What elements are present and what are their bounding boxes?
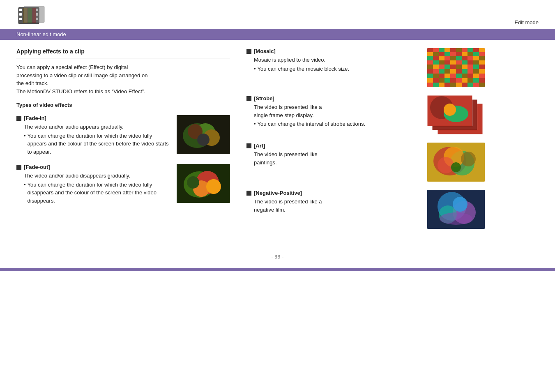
negative-positive-image	[427, 190, 485, 229]
svg-rect-82	[456, 69, 462, 74]
svg-rect-7	[23, 8, 23, 23]
svg-rect-44	[467, 52, 473, 56]
svg-point-141	[440, 212, 472, 225]
svg-rect-3	[19, 18, 22, 20]
svg-rect-109	[439, 83, 444, 87]
svg-point-25	[187, 176, 199, 189]
fade-in-header: [Fade-in]	[16, 115, 172, 121]
strobe-bullet: You can change the interval of strobe ac…	[254, 120, 421, 128]
svg-rect-86	[479, 69, 485, 74]
svg-rect-32	[456, 48, 462, 52]
svg-rect-106	[479, 78, 485, 83]
negative-positive-square-icon	[246, 191, 251, 196]
fade-out-name: [Fade-out]	[24, 164, 50, 170]
svg-rect-84	[467, 69, 473, 74]
strobe-thumbnail	[427, 95, 485, 134]
svg-rect-58	[433, 60, 439, 65]
svg-rect-37	[427, 52, 433, 56]
svg-rect-88	[433, 74, 439, 78]
svg-rect-2	[19, 13, 22, 16]
svg-rect-110	[444, 83, 450, 87]
svg-rect-105	[473, 78, 479, 83]
svg-rect-83	[462, 69, 467, 74]
art-body: The video is presented like paintings.	[246, 150, 421, 166]
svg-rect-75	[473, 65, 479, 69]
svg-rect-13	[24, 6, 44, 23]
fade-out-bullet: You can change the duration for which th…	[24, 181, 172, 205]
art-text: [Art] The video is presented like painti…	[246, 143, 421, 166]
fade-in-body: The video and/or audio appears gradually…	[16, 123, 172, 156]
svg-rect-116	[479, 83, 485, 87]
svg-point-135	[451, 162, 461, 172]
mosaic-body: Mosaic is applied to the video. You can …	[246, 56, 421, 73]
svg-rect-52	[456, 56, 462, 60]
fade-in-text: [Fade-in] The video and/or audio appears…	[16, 115, 172, 156]
art-square-icon	[246, 143, 251, 148]
svg-rect-70	[444, 65, 450, 69]
svg-rect-102	[456, 78, 462, 83]
strobe-image	[427, 95, 485, 134]
svg-rect-68	[433, 65, 439, 69]
svg-rect-104	[467, 78, 473, 83]
negative-positive-body: The video is presented like a negative f…	[246, 198, 421, 214]
strobe-body: The video is presented like a single fra…	[246, 103, 421, 128]
svg-rect-93	[462, 74, 467, 78]
mosaic-bullet-text: You can change the mosaic block size.	[258, 65, 350, 73]
svg-rect-61	[450, 60, 456, 65]
svg-rect-43	[462, 52, 467, 56]
types-of-effects-title: Types of video effects	[16, 102, 230, 110]
fade-out-desc: The video and/or audio disappears gradua…	[24, 172, 172, 180]
svg-rect-98	[433, 78, 439, 83]
applying-effects-title: Applying effects to a clip	[16, 48, 230, 55]
svg-rect-57	[427, 60, 433, 65]
mosaic-desc: Mosaic is applied to the video.	[254, 56, 421, 64]
fade-in-thumbnail	[177, 115, 230, 154]
strobe-text: [Strobe] The video is presented like a s…	[246, 95, 421, 128]
footer-bar	[0, 268, 555, 271]
fade-in-bullet: You can change the duration for which th…	[24, 132, 172, 156]
svg-rect-33	[462, 48, 467, 52]
svg-point-24	[206, 179, 221, 194]
fade-out-text: [Fade-out] The video and/or audio disapp…	[16, 164, 172, 205]
negative-positive-block: [Negative-Positive] The video is present…	[246, 190, 485, 229]
art-name: [Art]	[254, 143, 265, 149]
negative-positive-thumbnail	[427, 190, 485, 229]
intro-line-2: processing to a video clip or still imag…	[16, 71, 230, 80]
section-header-bar: Non-linear edit mode	[0, 29, 555, 40]
svg-rect-40	[444, 52, 450, 56]
svg-rect-45	[473, 52, 479, 56]
svg-rect-41	[450, 52, 456, 56]
svg-rect-47	[427, 56, 433, 60]
mosaic-square-icon	[246, 49, 251, 54]
svg-rect-107	[427, 83, 433, 87]
svg-rect-96	[479, 74, 485, 78]
svg-rect-39	[439, 52, 444, 56]
art-thumbnail	[427, 143, 485, 182]
intro-line-3: the edit track.	[16, 79, 230, 88]
svg-rect-81	[450, 69, 456, 74]
negative-positive-text: [Negative-Positive] The video is present…	[246, 190, 421, 214]
top-bar: Edit mode	[0, 0, 555, 29]
svg-rect-72	[456, 65, 462, 69]
svg-rect-31	[450, 48, 456, 52]
svg-rect-95	[473, 74, 479, 78]
svg-rect-69	[439, 65, 444, 69]
svg-rect-48	[433, 56, 439, 60]
svg-rect-67	[427, 65, 433, 69]
svg-rect-90	[444, 74, 450, 78]
negative-positive-name: [Negative-Positive]	[254, 190, 302, 196]
strobe-bullet-text: You can change the interval of strobe ac…	[258, 120, 366, 128]
svg-rect-27	[427, 48, 433, 52]
art-header: [Art]	[246, 143, 421, 149]
intro-line-4: The MotionDV STUDIO refers to this as “V…	[16, 88, 230, 96]
svg-rect-77	[427, 69, 433, 74]
svg-rect-101	[450, 78, 456, 83]
negative-positive-desc-line1: The video is presented like a	[254, 198, 421, 206]
fade-out-block: [Fade-out] The video and/or audio disapp…	[16, 164, 230, 205]
svg-rect-51	[450, 56, 456, 60]
svg-point-140	[453, 197, 467, 212]
svg-rect-89	[439, 74, 444, 78]
svg-rect-50	[444, 56, 450, 60]
svg-rect-115	[473, 83, 479, 87]
right-column: [Mosaic] Mosaic is applied to the video.…	[246, 48, 485, 237]
